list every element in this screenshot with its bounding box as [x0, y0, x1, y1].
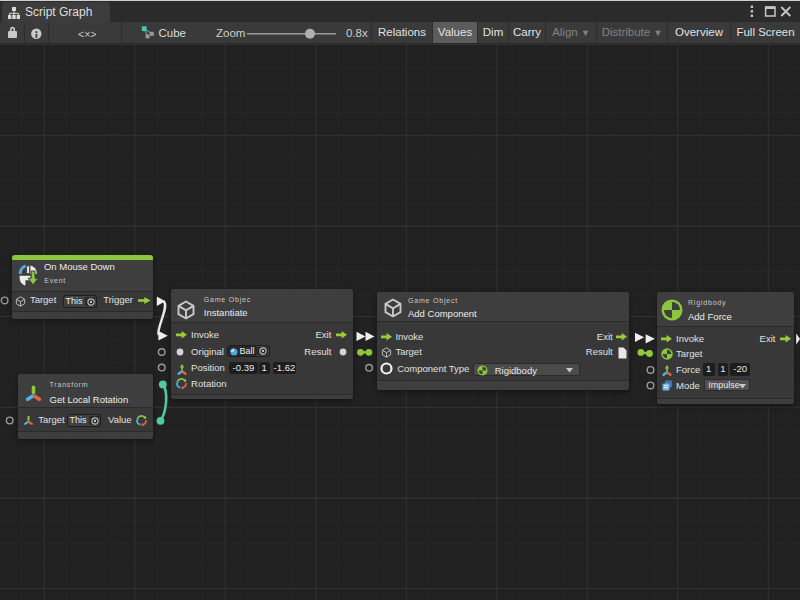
svg-text:<×>: <×> — [78, 28, 96, 40]
svg-text:0.8x: 0.8x — [346, 27, 368, 39]
svg-text:Cube: Cube — [159, 27, 187, 39]
svg-text:Zoom: Zoom — [216, 27, 245, 39]
